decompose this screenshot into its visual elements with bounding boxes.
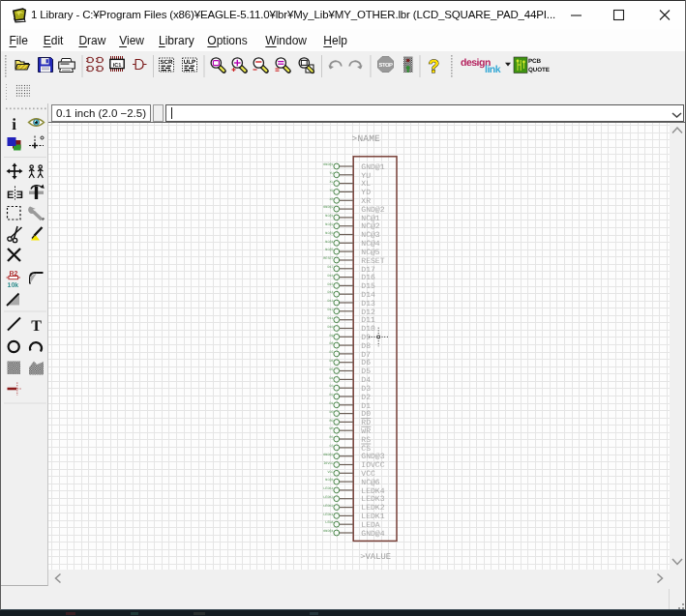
svg-text:D9: D9 [329, 334, 333, 338]
svg-text:D0: D0 [329, 410, 333, 415]
svg-text:IC1: IC1 [113, 63, 122, 69]
svg-text:GND@3: GND@3 [361, 453, 384, 461]
svg-text:NC@6: NC@6 [325, 478, 333, 483]
svg-text:NC@2: NC@2 [361, 222, 380, 231]
svg-text:IOVCC: IOVCC [323, 461, 333, 466]
svg-text:LEDK1: LEDK1 [323, 513, 333, 517]
svg-text:LEDK3: LEDK3 [361, 495, 384, 504]
svg-text:CS: CS [329, 444, 333, 449]
svg-text:D5: D5 [361, 367, 371, 376]
svg-text:D6: D6 [361, 359, 371, 367]
svg-text:E: E [16, 190, 23, 201]
svg-text:D9: D9 [361, 334, 371, 342]
svg-text:D7: D7 [329, 350, 333, 355]
svg-text:GND@2: GND@2 [323, 205, 333, 210]
svg-text:XL: XL [361, 180, 371, 189]
svg-text:D6: D6 [329, 359, 333, 364]
svg-text:D4: D4 [361, 376, 371, 385]
svg-text:XR: XR [329, 197, 333, 202]
svg-text:YD: YD [329, 189, 333, 193]
svg-text:D10: D10 [327, 325, 333, 330]
svg-text:D13: D13 [327, 299, 333, 304]
svg-text:RESET: RESET [361, 257, 384, 266]
svg-text:D16: D16 [361, 274, 375, 282]
svg-text:GND@1: GND@1 [361, 163, 384, 172]
svg-text:VCC: VCC [361, 470, 375, 479]
svg-text:10k: 10k [8, 281, 19, 289]
svg-text:LEDK2: LEDK2 [323, 504, 333, 509]
svg-text:D16: D16 [327, 274, 333, 279]
svg-text:?: ? [429, 57, 440, 77]
svg-text:RESET: RESET [323, 256, 333, 261]
svg-text:YD: YD [361, 189, 371, 197]
svg-text:D2: D2 [329, 393, 333, 397]
svg-text:D11: D11 [327, 316, 333, 321]
svg-text:GND@4: GND@4 [323, 529, 333, 534]
svg-text:CS: CS [361, 445, 371, 454]
svg-text:ULP: ULP [184, 59, 195, 66]
svg-text:LEDK1: LEDK1 [361, 513, 384, 521]
svg-text:D15: D15 [327, 282, 333, 287]
svg-text:XR: XR [361, 197, 371, 206]
svg-text:T: T [31, 318, 42, 335]
svg-text:RS: RS [329, 435, 333, 440]
svg-text:LEDA: LEDA [361, 521, 380, 530]
svg-text:D2: D2 [361, 394, 371, 402]
svg-text:LEDK2: LEDK2 [361, 504, 384, 513]
svg-text:IOVCC: IOVCC [361, 461, 384, 470]
svg-text:D1: D1 [329, 401, 333, 406]
svg-text:YU: YU [361, 172, 371, 181]
svg-text:D12: D12 [361, 308, 375, 317]
svg-text:D4: D4 [329, 376, 333, 381]
svg-text:>VALUE: >VALUE [360, 552, 391, 562]
svg-text:D3: D3 [329, 384, 333, 389]
svg-text:WR: WR [329, 426, 333, 431]
svg-text:D13: D13 [361, 300, 375, 308]
svg-text:LEDA: LEDA [325, 520, 334, 525]
svg-text:NC@1: NC@1 [325, 214, 333, 219]
svg-text:D1: D1 [361, 402, 371, 411]
svg-text:LEDK3: LEDK3 [323, 495, 333, 500]
svg-text:i: i [12, 115, 16, 133]
svg-text:VCC: VCC [327, 470, 333, 475]
svg-text:GND@1: GND@1 [323, 162, 333, 167]
svg-text:NC@4: NC@4 [361, 240, 380, 249]
svg-text:QUOTE: QUOTE [528, 67, 550, 73]
svg-text:D3: D3 [361, 385, 371, 394]
svg-text:D14: D14 [361, 291, 375, 300]
svg-text:D5: D5 [329, 367, 333, 372]
svg-text:NC@3: NC@3 [361, 231, 380, 240]
svg-text:NC@5: NC@5 [325, 248, 333, 252]
svg-text:RD: RD [361, 419, 371, 427]
svg-text:link: link [485, 64, 501, 75]
svg-text:GND@4: GND@4 [361, 530, 384, 539]
svg-text:NC@6: NC@6 [361, 479, 380, 487]
svg-text:LEDK4: LEDK4 [361, 487, 384, 496]
svg-text:D11: D11 [361, 316, 375, 325]
svg-text:NC@2: NC@2 [325, 222, 333, 227]
svg-text:D15: D15 [361, 282, 375, 291]
svg-text:NC@1: NC@1 [361, 215, 380, 223]
svg-text:SCR: SCR [160, 59, 173, 66]
svg-text:XL: XL [329, 180, 333, 185]
svg-text:GND@3: GND@3 [323, 453, 333, 457]
svg-text:D10: D10 [361, 325, 375, 334]
svg-text:PCB: PCB [528, 58, 542, 65]
svg-text:E: E [7, 190, 14, 201]
svg-text:D17: D17 [327, 265, 333, 270]
svg-text:NC@3: NC@3 [325, 231, 333, 236]
svg-text:>NAME: >NAME [352, 133, 381, 144]
svg-text:D17: D17 [361, 266, 375, 275]
svg-text:RD: RD [329, 419, 333, 424]
svg-text:D7: D7 [361, 351, 371, 360]
svg-text:D8: D8 [329, 341, 333, 346]
svg-text:LEDK4: LEDK4 [323, 486, 333, 491]
svg-text:RS: RS [361, 436, 371, 445]
svg-text:D8: D8 [361, 342, 371, 351]
svg-text:NC@4: NC@4 [325, 240, 333, 245]
svg-text:NC@5: NC@5 [361, 249, 380, 257]
svg-text:D14: D14 [327, 290, 333, 295]
svg-text:D12: D12 [327, 308, 333, 312]
svg-text:YU: YU [329, 171, 333, 176]
svg-text:STOP: STOP [378, 62, 393, 69]
